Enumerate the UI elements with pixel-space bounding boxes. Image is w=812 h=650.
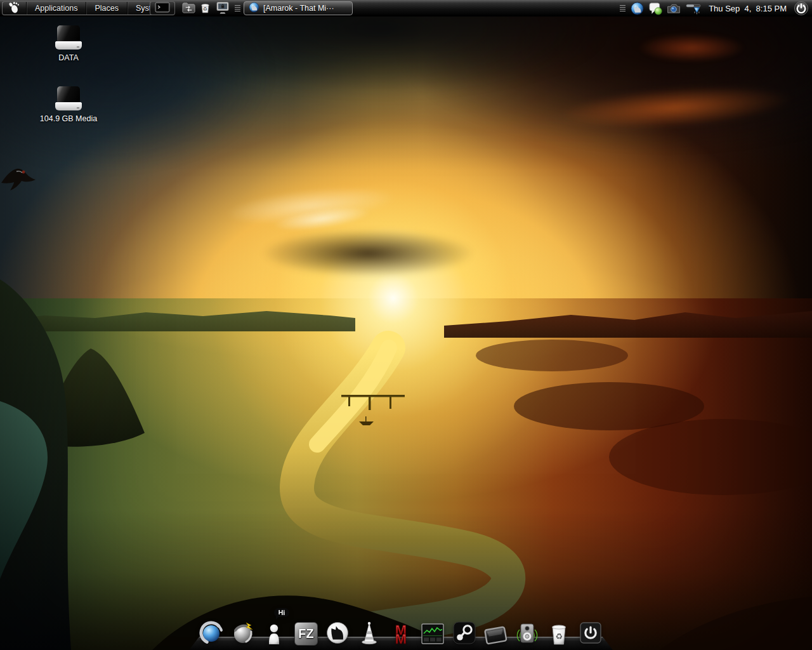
desktop: Applications Places System: [0, 0, 812, 650]
amarok-tray-icon[interactable]: [630, 1, 644, 15]
terminal-launcher[interactable]: [150, 1, 175, 15]
drawer-icon[interactable]: [482, 618, 509, 646]
volume-slider-icon[interactable]: [685, 1, 702, 15]
menu-applications[interactable]: Applications: [26, 2, 86, 15]
folder-switch-launcher[interactable]: [180, 1, 197, 15]
steam-icon[interactable]: [451, 618, 478, 646]
desktop-icon-label: 104.9 GB Media: [40, 114, 97, 123]
messenger-status-bubble: Hi: [274, 608, 290, 617]
screen-lock-launcher[interactable]: [214, 1, 231, 15]
trash-icon: ♻: [199, 1, 212, 16]
thunderbird-icon[interactable]: [230, 618, 256, 646]
system-monitor-icon[interactable]: [419, 618, 446, 646]
dock: Hi FZ: [189, 611, 613, 650]
desktop-icon-media[interactable]: 104.9 GB Media: [32, 86, 105, 123]
camera-tray-icon[interactable]: [667, 1, 681, 15]
gnome-menu-button[interactable]: [3, 2, 26, 15]
filezilla-icon[interactable]: FZ: [292, 618, 319, 646]
messenger-icon[interactable]: Hi: [261, 618, 288, 646]
amarok-icon: [249, 2, 259, 15]
power-dock-icon[interactable]: [577, 618, 604, 646]
n64-emulator-icon[interactable]: M M: [388, 618, 414, 646]
gnome-foot-icon: [8, 1, 21, 15]
hard-drive-icon: [55, 86, 82, 110]
trash-dock-icon[interactable]: ♻: [546, 618, 572, 646]
screen-lock-icon: [215, 1, 230, 17]
desktop-wallpaper: [0, 0, 812, 650]
amarok-dock-icon[interactable]: [324, 618, 351, 646]
firefox-icon[interactable]: [198, 618, 225, 646]
menu-places-label: Places: [95, 4, 119, 13]
vlc-icon[interactable]: [356, 618, 383, 646]
desktop-icon-label: DATA: [58, 53, 78, 62]
desktop-icon-data[interactable]: DATA: [32, 25, 105, 62]
eagle: [1, 169, 36, 190]
taskbar-window-title: [Amarok - That Mi···: [263, 4, 334, 13]
folder-switch-icon: [181, 1, 196, 16]
svg-text:M: M: [395, 631, 407, 646]
wallpaper-landscape: [0, 0, 812, 650]
clock[interactable]: Thu Sep 4, 8:15 PM: [706, 4, 789, 13]
chat-status-icon[interactable]: [648, 1, 662, 15]
speaker-icon[interactable]: [514, 618, 540, 646]
boat-silhouette: [359, 416, 374, 425]
top-panel: Applications Places System: [0, 0, 812, 17]
tray-grip[interactable]: [620, 5, 625, 12]
menu-bar: Applications Places System: [2, 1, 171, 15]
trash-launcher[interactable]: ♻: [197, 1, 213, 15]
taskbar-window-button[interactable]: [Amarok - That Mi···: [244, 1, 353, 15]
taskbar-grip[interactable]: [235, 5, 240, 12]
svg-text:♻: ♻: [555, 632, 563, 641]
power-button[interactable]: [794, 1, 809, 16]
menu-applications-label: Applications: [35, 4, 77, 13]
filezilla-label: FZ: [298, 627, 313, 641]
hard-drive-icon: [55, 25, 82, 50]
terminal-icon: [155, 2, 170, 15]
svg-text:♻: ♻: [202, 6, 207, 12]
menu-places[interactable]: Places: [86, 2, 127, 15]
